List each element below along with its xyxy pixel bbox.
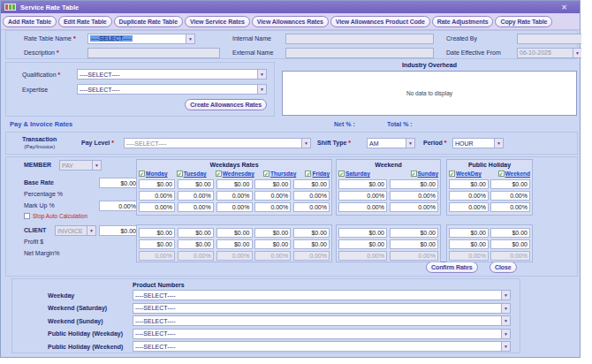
rate-cell[interactable]: 0.00% <box>139 202 175 212</box>
day-link-friday[interactable]: Friday <box>312 171 330 177</box>
rate-cell[interactable]: $0.00 <box>490 228 530 238</box>
toolbar-button-rate-adjustments[interactable]: Rate Adjustments <box>432 16 494 27</box>
chevron-down-icon[interactable]: ▼ <box>301 139 310 148</box>
rate-cell[interactable]: $0.00 <box>178 239 214 249</box>
client-rate-field[interactable]: $0.00 <box>99 225 139 236</box>
rate-cell[interactable]: $0.00 <box>449 228 489 238</box>
chevron-down-icon[interactable]: ▼ <box>501 330 510 338</box>
pay-level-select[interactable]: ----SELECT----▼ <box>124 138 311 148</box>
rate-cell[interactable]: $0.00 <box>293 228 330 238</box>
product-select-public-holiday-weekday[interactable]: ----SELECT----▼ <box>133 329 511 339</box>
qualification-select[interactable]: ----SELECT----▼ <box>77 69 267 80</box>
checkbox-checked-icon[interactable]: ✓ <box>139 171 145 177</box>
rate-cell[interactable]: $0.00 <box>216 228 253 238</box>
day-link-sunday[interactable]: Sunday <box>418 171 438 177</box>
rate-cell[interactable]: 0.00% <box>449 202 489 212</box>
rate-cell[interactable]: $0.00 <box>490 179 530 189</box>
rate-cell[interactable]: $0.00 <box>449 239 489 249</box>
toolbar-button-copy-rate-table[interactable]: Copy Rate Table <box>495 16 552 27</box>
rate-cell[interactable]: 0.00% <box>293 202 330 212</box>
toolbar-button-edit-rate-table[interactable]: Edit Rate Table <box>58 16 112 27</box>
chevron-down-icon[interactable]: ▼ <box>257 85 266 94</box>
chevron-down-icon[interactable]: ▼ <box>406 139 414 148</box>
stop-auto-calculation-checkbox[interactable] <box>24 213 30 219</box>
checkbox-checked-icon[interactable]: ✓ <box>338 171 345 177</box>
toolbar-button-view-allowances-rates[interactable]: View Allowances Rates <box>252 16 329 27</box>
checkbox-checked-icon[interactable]: ✓ <box>411 171 417 177</box>
rate-cell[interactable]: 0.00% <box>216 191 253 201</box>
toolbar-button-add-rate-table[interactable]: Add Rate Table <box>3 16 57 27</box>
rate-cell[interactable]: $0.00 <box>139 179 175 189</box>
rate-cell[interactable]: 0.00% <box>449 191 489 201</box>
rate-cell[interactable]: $0.00 <box>254 179 291 189</box>
chevron-down-icon[interactable]: ▼ <box>257 70 266 79</box>
description-field[interactable] <box>87 48 220 58</box>
checkbox-checked-icon[interactable]: ✓ <box>263 171 269 177</box>
rate-cell[interactable]: 0.00% <box>490 202 530 212</box>
chevron-down-icon[interactable]: ▼ <box>501 291 510 300</box>
toolbar-button-view-service-rates[interactable]: View Service Rates <box>185 16 250 27</box>
day-link-saturday[interactable]: Saturday <box>345 171 370 177</box>
rate-cell[interactable]: 0.00% <box>293 191 330 201</box>
checkbox-checked-icon[interactable]: ✓ <box>449 171 455 177</box>
rate-cell[interactable]: 0.00% <box>178 202 214 212</box>
toolbar-button-duplicate-rate-table[interactable]: Duplicate Rate Table <box>114 16 183 27</box>
rate-cell[interactable]: 0.00% <box>254 202 291 212</box>
rate-cell[interactable]: $0.00 <box>390 179 438 189</box>
rate-cell[interactable]: $0.00 <box>338 228 387 238</box>
rate-cell[interactable]: $0.00 <box>254 239 291 249</box>
rate-cell[interactable]: $0.00 <box>490 239 530 249</box>
rate-cell[interactable]: $0.00 <box>178 228 214 238</box>
rate-cell[interactable]: 0.00% <box>338 202 387 212</box>
checkbox-checked-icon[interactable]: ✓ <box>305 171 311 177</box>
day-link-tuesday[interactable]: Tuesday <box>184 171 207 177</box>
chevron-down-icon[interactable]: ▼ <box>501 316 510 325</box>
chevron-down-icon[interactable]: ▼ <box>186 34 194 43</box>
rate-cell[interactable]: $0.00 <box>139 228 175 238</box>
day-link-monday[interactable]: Monday <box>146 171 168 177</box>
rate-cell[interactable]: $0.00 <box>293 239 330 249</box>
rate-cell[interactable]: $0.00 <box>254 228 291 238</box>
rate-cell[interactable]: 0.00% <box>139 191 175 201</box>
confirm-rates-button[interactable]: Confirm Rates <box>426 262 478 273</box>
rate-cell[interactable]: $0.00 <box>338 179 387 189</box>
rate-cell[interactable]: 0.00% <box>390 191 438 201</box>
day-link-thursday[interactable]: Thursday <box>270 171 296 177</box>
rate-cell[interactable]: 0.00% <box>254 191 291 201</box>
rate-cell[interactable]: $0.00 <box>449 179 489 189</box>
chevron-down-icon[interactable]: ▼ <box>494 139 503 148</box>
product-select-weekend-saturday[interactable]: ----SELECT----▼ <box>133 303 511 314</box>
rate-cell[interactable]: $0.00 <box>139 239 175 249</box>
day-link-weekday[interactable]: WeekDay <box>456 171 482 177</box>
checkbox-checked-icon[interactable]: ✓ <box>216 171 222 177</box>
chevron-down-icon[interactable]: ▼ <box>501 342 510 351</box>
rate-cell[interactable]: $0.00 <box>390 228 438 238</box>
rate-cell[interactable]: 0.00% <box>216 202 253 212</box>
period-select[interactable]: HOUR▼ <box>452 138 504 148</box>
chevron-down-icon[interactable]: ▼ <box>573 49 581 57</box>
create-allowances-rates-button[interactable]: Create Allowances Rates <box>185 99 267 110</box>
day-link-wednesday[interactable]: Wednesday <box>223 171 254 177</box>
date-effective-select[interactable]: 06-10-2025▼ <box>517 48 582 58</box>
base-rate-field[interactable]: $0.00 <box>99 178 139 188</box>
product-select-weekend-sunday[interactable]: ----SELECT----▼ <box>133 315 511 326</box>
shift-type-select[interactable]: AM▼ <box>367 138 415 148</box>
rate-cell[interactable]: 0.00% <box>490 191 530 201</box>
rate-cell[interactable]: 0.00% <box>338 191 387 201</box>
rate-cell[interactable]: 0.00% <box>178 191 214 201</box>
rate-cell[interactable]: $0.00 <box>216 179 253 189</box>
rate-cell[interactable]: 0.00% <box>390 202 438 212</box>
rate-cell[interactable]: $0.00 <box>390 239 438 249</box>
chevron-down-icon[interactable]: ▼ <box>501 304 510 313</box>
product-select-weekday[interactable]: ----SELECT----▼ <box>133 290 511 300</box>
markup-field[interactable]: 0.00% <box>99 201 139 211</box>
checkbox-checked-icon[interactable]: ✓ <box>498 171 505 177</box>
day-link-weekend[interactable]: Weekend <box>505 171 530 177</box>
expertise-select[interactable]: ----SELECT----▼ <box>77 84 267 95</box>
close-button[interactable]: Close <box>490 262 517 273</box>
close-icon[interactable]: ✕ <box>561 4 576 11</box>
rate-cell[interactable]: $0.00 <box>293 179 330 189</box>
rate-cell[interactable]: $0.00 <box>178 179 214 189</box>
toolbar-button-view-allowances-product-code[interactable]: View Allowances Product Code <box>330 16 430 27</box>
rate-table-name-select[interactable]: ----SELECT----▼ <box>87 34 195 44</box>
